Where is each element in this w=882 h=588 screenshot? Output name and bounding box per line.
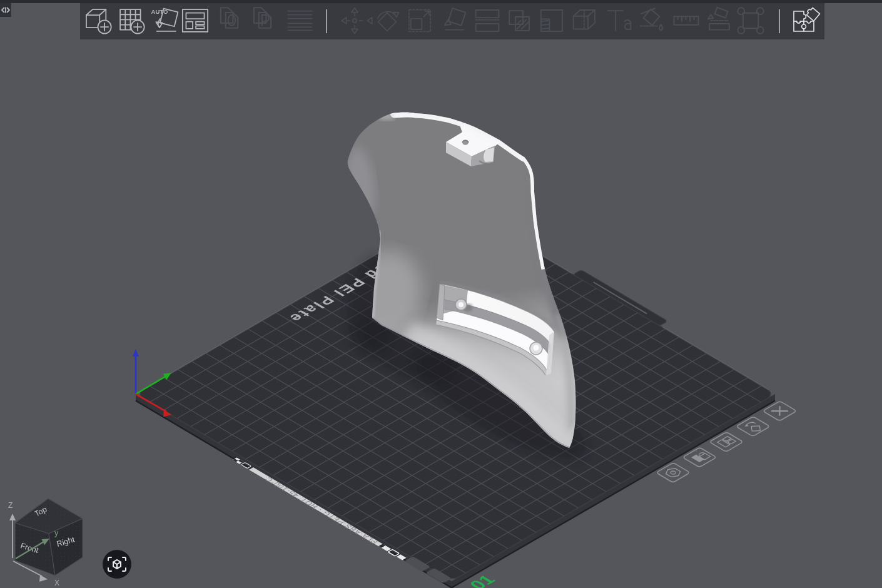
svg-text:X: X: [54, 579, 59, 587]
svg-text:y: y: [54, 529, 59, 537]
svg-text:Z: Z: [8, 501, 13, 510]
